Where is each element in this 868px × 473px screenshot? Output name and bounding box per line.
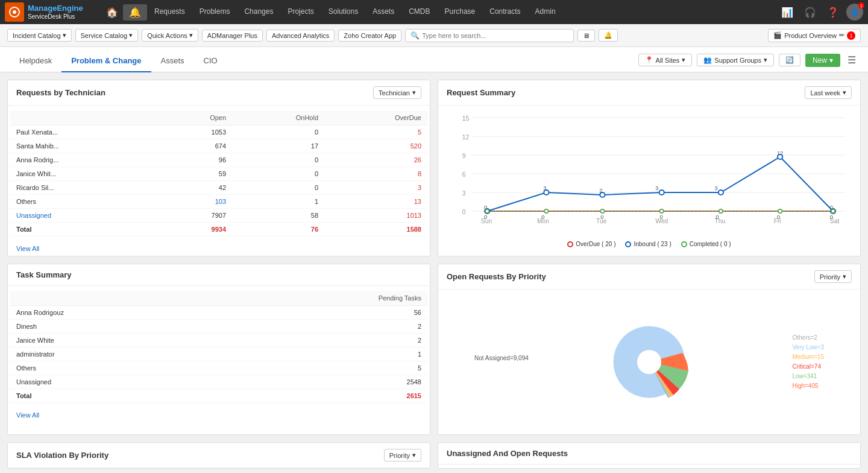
product-overview-button[interactable]: 🎬 Product Overview ✏ 1 (768, 29, 861, 42)
technician-open-5[interactable]: 103 (157, 195, 232, 209)
svg-point-49 (485, 209, 489, 213)
svg-point-1 (13, 10, 16, 14)
technician-name-4: Ricardo Sil... (10, 181, 157, 195)
screen-icon-button[interactable]: 🖥 (577, 30, 595, 42)
technician-open-2: 96 (157, 153, 232, 167)
tab-cio[interactable]: CIO (194, 50, 227, 72)
legend-others: Others=2 (792, 333, 824, 343)
all-sites-chevron: ▾ (682, 56, 685, 64)
request-summary-dropdown-chevron: ▾ (843, 89, 846, 97)
tab-problem-change[interactable]: Problem & Change (61, 50, 151, 72)
main-content: Requests by Technician Technician ▾ Open… (0, 72, 868, 442)
nav-requests[interactable]: Requests (147, 0, 192, 24)
bottom-content: SLA Violation By Priority Priority ▾ Una… (0, 442, 868, 473)
help-icon-button[interactable]: ❓ (823, 4, 843, 21)
advanced-analytics-button[interactable]: Advanced Analytics (266, 30, 335, 42)
task-name-1: Dinesh (10, 320, 227, 334)
svg-point-38 (659, 190, 664, 195)
all-sites-button[interactable]: 📍 All Sites ▾ (638, 54, 693, 66)
search-box[interactable]: 🔍 (405, 29, 574, 42)
search-input[interactable] (422, 32, 568, 39)
service-catalog-button[interactable]: Service Catalog ▾ (75, 29, 139, 42)
hamburger-button[interactable]: ☰ (845, 52, 858, 68)
legend-low: Low=341 (792, 372, 824, 381)
advanced-analytics-label: Advanced Analytics (272, 32, 329, 39)
zoho-creator-label: Zoho Creator App (344, 32, 396, 39)
technician-name-3: Janice Whit... (10, 167, 157, 181)
home-button[interactable]: 🏠 (101, 4, 123, 21)
priority-dropdown-label: Priority (820, 273, 840, 281)
user-avatar[interactable]: 👤 1 (846, 4, 863, 21)
sla-priority-dropdown-label: Priority (389, 452, 410, 459)
task-count-6: 2615 (227, 389, 427, 403)
svg-point-57 (637, 350, 661, 374)
technician-dropdown[interactable]: Technician ▾ (373, 86, 421, 99)
technician-onhold-2: 0 (232, 153, 324, 167)
avatar-badge: 1 (858, 2, 864, 8)
sla-violation-card: SLA Violation By Priority Priority ▾ (7, 442, 430, 469)
incident-catalog-chevron: ▾ (63, 31, 66, 39)
open-requests-priority-title: Open Requests By Priority (447, 272, 546, 281)
sla-priority-dropdown[interactable]: Priority ▾ (384, 449, 421, 462)
chart-legend: OverDue ( 20 ) Inbound ( 23 ) Completed … (438, 238, 860, 252)
view-all-requests-link[interactable]: View All (8, 241, 430, 256)
request-summary-dropdown[interactable]: Last week ▾ (805, 86, 852, 99)
zoho-creator-button[interactable]: Zoho Creator App (338, 30, 401, 42)
svg-text:0: 0 (462, 209, 466, 215)
technician-open-7: 9934 (157, 223, 232, 237)
notification-button[interactable]: 🔔 (123, 4, 147, 21)
requests-by-technician-header: Requests by Technician Technician ▾ (8, 80, 430, 106)
svg-text:0: 0 (660, 214, 663, 220)
technician-open-1: 674 (157, 139, 232, 153)
nav-projects[interactable]: Projects (280, 0, 321, 24)
nav-problems[interactable]: Problems (192, 0, 237, 24)
bell-toolbar-button[interactable]: 🔔 (599, 29, 618, 42)
nav-solutions[interactable]: Solutions (321, 0, 365, 24)
requests-table-container: Open OnHold OverDue Paul Xenata...105305… (8, 106, 430, 241)
nav-cmdb[interactable]: CMDB (401, 0, 437, 24)
unassigned-open-header: Unassigned And Open Requests (438, 443, 860, 465)
legend-completed-label: Completed ( 0 ) (690, 241, 731, 247)
tab-assets[interactable]: Assets (151, 50, 194, 72)
technician-onhold-4: 0 (232, 181, 324, 195)
view-all-tasks-link[interactable]: View All (8, 408, 430, 422)
svg-text:15: 15 (462, 115, 470, 122)
tab-helpdesk[interactable]: Helpdesk (10, 50, 61, 72)
task-count-3: 1 (227, 348, 427, 361)
incident-catalog-label: Incident Catalog (13, 32, 61, 39)
nav-purchase[interactable]: Purchase (438, 0, 483, 24)
svg-point-40 (778, 154, 782, 159)
technician-name-6[interactable]: Unassigned (10, 209, 157, 223)
svg-point-55 (831, 209, 835, 213)
technician-onhold-5: 1 (232, 195, 324, 209)
task-name-3: administrator (10, 348, 227, 361)
pencil-icon: ✏ (839, 31, 844, 39)
quick-actions-button[interactable]: Quick Actions ▾ (142, 29, 198, 42)
technician-overdue-2: 26 (324, 153, 427, 167)
nav-assets[interactable]: Assets (365, 0, 401, 24)
task-row-6: Total2615 (10, 389, 427, 403)
technician-row-7: Total9934761588 (10, 223, 427, 237)
nav-changes[interactable]: Changes (237, 0, 280, 24)
priority-dropdown[interactable]: Priority ▾ (814, 270, 852, 283)
request-summary-title: Request Summary (447, 88, 515, 97)
new-button[interactable]: New ▾ (805, 54, 840, 67)
technician-row-2: Anna Rodrig...96026 (10, 153, 427, 167)
nav-admin[interactable]: Admin (528, 0, 563, 24)
headset-icon-button[interactable]: 🎧 (800, 4, 820, 21)
nav-contracts[interactable]: Contracts (482, 0, 527, 24)
task-name-5: Unassigned (10, 375, 227, 389)
task-name-0: Anna Rodrigouz (10, 306, 227, 320)
admanager-button[interactable]: ADManager Plus (202, 30, 263, 42)
technician-name-0: Paul Xenata... (10, 125, 157, 139)
charts-icon-button[interactable]: 📊 (778, 4, 797, 21)
not-assigned-label: Not Assigned=9,094 (474, 355, 529, 361)
refresh-button[interactable]: 🔄 (779, 54, 800, 66)
svg-text:0: 0 (484, 214, 487, 220)
svg-text:0: 0 (777, 214, 780, 220)
technician-open-6: 7907 (157, 209, 232, 223)
search-icon: 🔍 (410, 31, 420, 40)
line-chart-svg: 15 12 9 6 3 0 Sun Mon Tue Wed Thu Fri (447, 112, 852, 226)
support-groups-button[interactable]: 👥 Support Groups ▾ (697, 54, 774, 66)
incident-catalog-button[interactable]: Incident Catalog ▾ (7, 29, 72, 42)
